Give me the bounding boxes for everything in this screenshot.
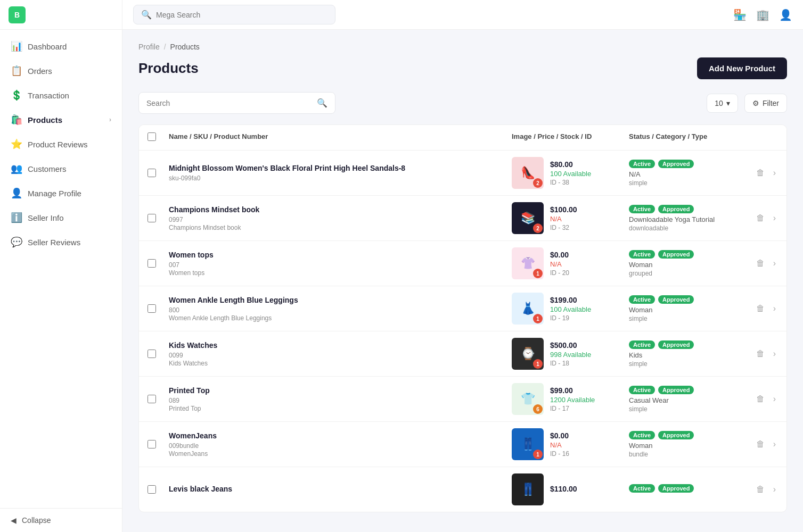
count-select[interactable]: 10 ▾ [707,94,738,113]
status-info: Active Approved N/A simple [629,160,750,187]
row-checkbox-7[interactable] [148,485,156,494]
delete-button[interactable]: 🗑 [754,392,767,406]
sidebar-item-transaction[interactable]: 💲 Transaction [0,83,122,107]
view-button[interactable]: › [771,347,778,361]
active-badge: Active [629,250,655,259]
table-row: WomenJeans 009bundle WomenJeans 👖 1 $0.0… [139,422,786,467]
header-name: Name / SKU / Product Number [169,132,512,143]
row-actions: 🗑 › [754,437,778,451]
delete-button[interactable]: 🗑 [754,256,767,270]
row-checkbox-2[interactable] [148,259,156,268]
toolbar: 🔍 10 ▾ ⚙ Filter [138,92,787,114]
thumb-emoji: 👚 [521,256,535,270]
product-name-cell: WomenJeans 009bundle WomenJeans [169,431,512,457]
approved-badge: Approved [658,160,694,168]
nav-icon-product-reviews: ⭐ [11,138,21,150]
mega-search-input[interactable] [156,11,327,19]
building-icon[interactable]: 🏢 [756,9,769,21]
thumb-emoji: 📚 [521,211,535,225]
sidebar-item-product-reviews[interactable]: ⭐ Product Reviews [0,132,122,156]
row-checkbox-5[interactable] [148,395,156,403]
collapse-button[interactable]: ◀ Collapse [0,508,122,532]
approved-badge: Approved [658,250,694,259]
view-button[interactable]: › [771,483,778,496]
sidebar-item-manage-profile[interactable]: 👤 Manage Profile [0,181,122,205]
view-button[interactable]: › [771,166,778,180]
collapse-label: Collapse [22,516,51,525]
product-thumbnail: 👗 1 [512,293,544,325]
delete-button[interactable]: 🗑 [754,166,767,180]
nav-icon-manage-profile: 👤 [11,187,21,199]
nav-label-orders: Orders [28,66,52,76]
sidebar-item-orders[interactable]: 📋 Orders [0,59,122,83]
sidebar-item-seller-reviews[interactable]: 💬 Seller Reviews [0,230,122,254]
row-checkbox-0[interactable] [148,169,156,177]
product-type: grouped [629,270,750,277]
delete-button[interactable]: 🗑 [754,483,767,496]
row-checkbox-6[interactable] [148,440,156,448]
delete-button[interactable]: 🗑 [754,302,767,315]
stock-value: N/A [550,441,569,449]
row-actions: 🗑 › [754,302,778,315]
product-category: Woman [629,306,750,314]
nav-label-transaction: Transaction [28,91,69,100]
header-status: Status / Category / Type [629,132,778,143]
status-info: Active Approved Kids simple [629,340,750,368]
product-table: Name / SKU / Product Number Image / Pric… [138,124,787,512]
delete-button[interactable]: 🗑 [754,347,767,361]
image-badge: 2 [533,223,543,233]
sidebar-nav: 📊 Dashboard 📋 Orders 💲 Transaction 🛍️ Pr… [0,30,122,508]
stock-value: 100 Available [550,305,591,313]
image-price-cell: 👠 2 $80.00 100 Available ID - 38 [512,157,629,189]
filter-button[interactable]: ⚙ Filter [744,94,787,113]
product-type: simple [629,405,750,413]
breadcrumb-profile[interactable]: Profile [138,43,160,51]
mega-search-bar[interactable]: 🔍 [133,5,335,24]
product-price: $199.00 [550,296,591,304]
product-thumbnail: 👖 1 [512,428,544,460]
active-badge: Active [629,340,655,349]
status-badges: Active Approved [629,431,750,439]
row-checkbox-cell [148,169,169,177]
product-id: ID - 19 [550,314,591,322]
row-checkbox-3[interactable] [148,304,156,313]
table-body: Midnight Blossom Women's Black Floral Pr… [139,151,786,512]
view-button[interactable]: › [771,256,778,270]
sidebar-item-seller-info[interactable]: ℹ️ Seller Info [0,205,122,230]
user-icon[interactable]: 👤 [779,9,792,21]
header-image-price: Image / Price / Stock / ID [512,132,629,143]
view-button[interactable]: › [771,437,778,451]
product-category: Woman [629,261,750,269]
view-button[interactable]: › [771,211,778,225]
image-price-cell: 👕 6 $99.00 1200 Available ID - 17 [512,383,629,415]
sidebar-item-customers[interactable]: 👥 Customers [0,156,122,181]
product-search-input[interactable] [146,99,313,107]
image-badge: 1 [533,450,543,459]
thumb-emoji: 👠 [521,166,535,180]
thumb-emoji: 👖 [521,483,535,496]
status-badges: Active Approved [629,205,750,213]
row-checkbox-1[interactable] [148,214,156,222]
sidebar-item-products[interactable]: 🛍️ Products › [0,107,122,132]
view-button[interactable]: › [771,392,778,406]
product-search-bar[interactable]: 🔍 [138,92,335,114]
stock-value: N/A [550,215,577,223]
product-id: ID - 32 [550,224,577,231]
nav-label-product-reviews: Product Reviews [28,140,88,149]
delete-button[interactable]: 🗑 [754,437,767,451]
select-all-checkbox[interactable] [148,132,156,141]
add-new-product-button[interactable]: Add New Product [697,57,787,79]
active-badge: Active [629,295,655,304]
product-type: downloadable [629,225,750,232]
product-id: ID - 38 [550,179,591,186]
thumb-emoji: 👕 [521,392,535,406]
sidebar-item-dashboard[interactable]: 📊 Dashboard [0,34,122,59]
product-id: ID - 17 [550,405,595,412]
image-badge: 1 [533,269,543,278]
store-icon[interactable]: 🏪 [733,9,747,21]
row-checkbox-4[interactable] [148,350,156,358]
image-price-cell: 👗 1 $199.00 100 Available ID - 19 [512,293,629,325]
delete-button[interactable]: 🗑 [754,211,767,225]
product-name: Women Ankle Length Blue Leggings [169,295,512,305]
view-button[interactable]: › [771,302,778,315]
